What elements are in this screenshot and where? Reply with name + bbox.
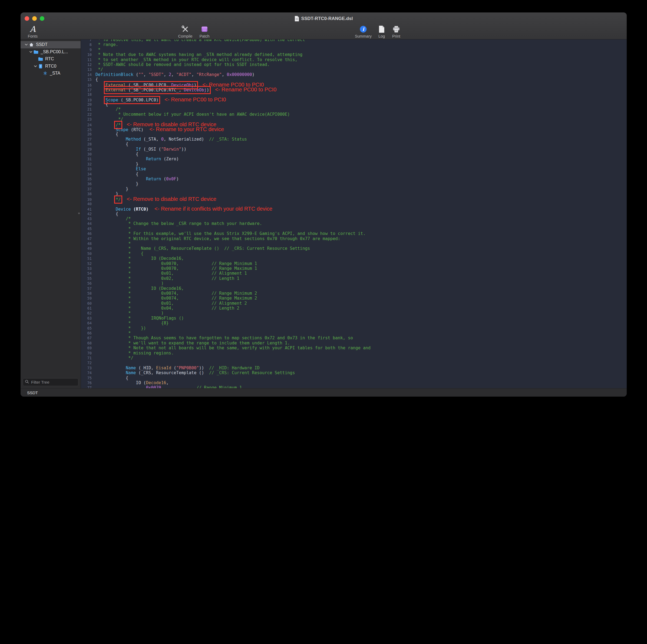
code-line: 41 Device (RTC0)<- Rename if it conflict… — [81, 206, 627, 211]
line-number: 67 — [81, 335, 95, 340]
sidebar-item-rtc[interactable]: RTC — [20, 56, 81, 63]
line-number: 22 — [81, 112, 95, 117]
code-line: 21 /* — [81, 107, 627, 112]
code-segment: } — [95, 191, 118, 196]
line-number: 8 — [81, 42, 95, 47]
code-segment: 0x00000000 — [227, 72, 252, 77]
line-number: 53 — [81, 266, 95, 271]
code-line: 74 Name (_CRS, ResourceTemplate () // _C… — [81, 371, 627, 375]
code-line: 48 * — [81, 241, 627, 246]
line-number: 60 — [81, 301, 95, 306]
code-segment: // _HID: Hardware ID — [204, 366, 260, 371]
code-line: 77 0x0070, // Range Minimum 1 — [81, 385, 627, 388]
code-line: 22 * Uncomment below if your ACPI doesn'… — [81, 112, 627, 117]
annotation-highlight-box: /* — [116, 123, 121, 127]
code-segment: 0x0070 — [146, 385, 161, 388]
code-segment: { — [95, 152, 139, 157]
code-segment: Device — [116, 207, 131, 212]
code-line: 63 * IRQNoFlags () — [81, 316, 627, 321]
code-segment — [95, 137, 126, 142]
filter-tree-input[interactable] — [30, 380, 76, 385]
code-line: 70 * missing regions. — [81, 351, 627, 355]
code-segment: */ — [95, 355, 133, 360]
line-number: 51 — [81, 256, 95, 261]
chevron-down-icon[interactable] — [24, 43, 28, 46]
code-segment: * Note that not all boards will be the s… — [95, 345, 371, 350]
chevron-down-icon[interactable] — [33, 65, 38, 68]
code-segment: Name — [126, 371, 136, 375]
line-number: 40 — [81, 202, 95, 206]
sidebar-item-sta[interactable]: _STA — [20, 70, 81, 77]
line-number: 52 — [81, 261, 95, 266]
window-title-text: SSDT-RTC0-RANGE.dsl — [301, 16, 353, 21]
code-segment: * 0x04, // Length 2 — [95, 306, 239, 311]
code-line: 9 * — [81, 47, 627, 52]
code-line: 34 { — [81, 172, 627, 176]
code-segment: /* — [116, 123, 121, 127]
code-line: 57 * IO (Decode16, — [81, 286, 627, 291]
print-button[interactable]: Print — [385, 25, 408, 38]
file-icon — [38, 64, 44, 69]
code-segment: * IO (Decode16, — [95, 256, 184, 261]
line-number: 13 — [81, 67, 95, 72]
code-line: 47 * Within the original RTC device, we … — [81, 236, 627, 241]
code-segment: "PNP0B00" — [176, 366, 199, 371]
filter-tree-field[interactable] — [23, 378, 78, 386]
code-segment — [95, 167, 136, 171]
code-editor[interactable]: 7 * To resolve this, we'll want to creat… — [81, 39, 627, 388]
chevron-down-icon[interactable] — [28, 50, 33, 54]
sidebar-item-sb-pc00-l[interactable]: _SB.PC00.L... — [20, 49, 81, 56]
code-segment: , — [161, 385, 164, 388]
line-number: 37 — [81, 186, 95, 191]
code-line: 30 { — [81, 152, 627, 157]
fonts-button[interactable]: A Fonts — [21, 25, 44, 38]
line-number: 62 — [81, 311, 95, 316]
code-segment: Name — [126, 366, 136, 371]
code-segment: (_CRS, ResourceTemplate () — [136, 371, 204, 375]
code-segment: } — [95, 162, 139, 167]
fonts-label: Fonts — [28, 34, 38, 38]
code-segment — [95, 123, 116, 127]
code-segment: , — [222, 72, 227, 77]
window-title: SSDT-RTC0-RANGE.dsl — [295, 16, 353, 21]
sidebar-item-rtc0[interactable]: RTC0 — [20, 63, 81, 70]
line-number: 42 — [81, 212, 95, 216]
code-segment: 0 — [161, 137, 164, 142]
app-window: SSDT-RTC0-RANGE.dsl A Fonts Compile — [20, 12, 627, 397]
line-number: 58 — [81, 291, 95, 296]
code-segment: Scope — [105, 98, 118, 102]
sidebar-item-label: RTC0 — [45, 64, 57, 69]
close-button[interactable] — [25, 16, 29, 21]
code-line: 29 If (_OSI ("Darwin")) — [81, 147, 627, 152]
minimize-button[interactable] — [32, 16, 37, 21]
code-segment: , — [171, 72, 176, 77]
code-segment: )) — [199, 366, 204, 371]
code-segment: { — [95, 376, 128, 380]
code-line: 54 * 0x01, // Alignment 1 — [81, 271, 627, 276]
patch-button[interactable]: Patch — [193, 25, 216, 38]
line-number: 61 — [81, 306, 95, 311]
code-line: 59 * 0x0074, // Range Maximum 2 — [81, 296, 627, 301]
code-line: 64 * {8} — [81, 321, 627, 326]
code-segment: Return — [146, 176, 161, 181]
line-number: 49 — [81, 246, 95, 251]
code-segment: // Range Minimum 1 — [164, 385, 242, 388]
code-segment — [95, 88, 105, 92]
line-number: 47 — [81, 236, 95, 241]
titlebar[interactable]: SSDT-RTC0-RANGE.dsl — [20, 12, 627, 25]
code-line: 25 Scope (RTC)<- Rename to your RTC devi… — [81, 127, 627, 132]
code-segment: (RTC0) — [131, 207, 148, 212]
sidebar-item-ssdt[interactable]: SSDT — [20, 41, 81, 49]
code-line: 61 * 0x04, // Length 2 — [81, 306, 627, 311]
scrollbar-thumb[interactable] — [78, 213, 80, 214]
line-number: 44 — [81, 221, 95, 226]
code-line: 71 */ — [81, 355, 627, 360]
code-segment: { — [95, 102, 108, 107]
code-line: 56 * ) — [81, 281, 627, 286]
zoom-button[interactable] — [40, 16, 44, 21]
compile-label: Compile — [178, 34, 192, 38]
code-segment: , — [192, 72, 197, 77]
code-segment: ) — [194, 83, 196, 88]
line-number: 76 — [81, 380, 95, 385]
code-segment: (_HID, — [136, 366, 156, 371]
